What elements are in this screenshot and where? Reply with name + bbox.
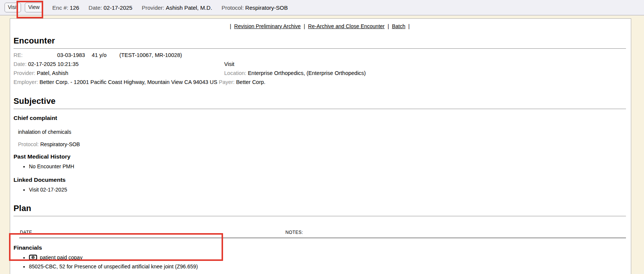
batch-link[interactable]: Batch — [392, 23, 406, 29]
protocol-label: Protocol: — [222, 4, 244, 11]
encounter-section-rule — [14, 48, 626, 49]
encounter-date-value: 02-17-2025 — [104, 4, 133, 11]
location-label: Location: — [224, 70, 246, 76]
list-item: No Encounter PMH — [29, 162, 626, 171]
provider-row-value: Patel, Ashish — [37, 70, 68, 76]
employer-value: Better Corp. - 12001 Pacific Coast Highw… — [39, 79, 217, 85]
visit-type-value: Visit — [224, 60, 234, 69]
top-action-links: | Revision Preliminary Archive | Re-Arch… — [14, 23, 626, 29]
plan-section-heading: Plan — [14, 204, 626, 213]
linked-documents-list: Visit 02-17-2025 — [14, 186, 626, 194]
provider-row-label: Provider: — [14, 70, 35, 76]
patient-dob: 03-03-1983 — [57, 52, 85, 58]
provider-field: Provider:Ashish Patel, M.D. — [142, 4, 212, 11]
past-medical-history-list: No Encounter PMH — [14, 162, 626, 171]
plan-table-rule — [19, 237, 626, 238]
re-row: RE:03-03-198341 y/o(TEST-10067, MR-10028… — [14, 51, 626, 60]
chief-complaint-heading: Chief complaint — [14, 115, 626, 121]
plan-section-rule — [14, 216, 626, 216]
financials-heading: Financials — [14, 244, 626, 251]
plan-table-header: DATE NOTES: — [14, 230, 626, 235]
separator: | — [388, 23, 389, 29]
list-item: Visit 02-17-2025 — [29, 186, 626, 194]
encounter-number-field: Enc #:126 — [52, 4, 79, 11]
financials-copay-text: patient paid copay — [40, 255, 83, 261]
encounter-number-value: 126 — [70, 4, 79, 11]
employer-row: Employer: Better Corp. - 12001 Pacific C… — [14, 78, 626, 87]
banknote-icon: $ — [29, 254, 37, 262]
chief-complaint-text: inhalation of chemicals — [18, 129, 626, 135]
revision-preliminary-archive-link[interactable]: Revision Preliminary Archive — [234, 23, 301, 29]
location-field: Location: Enterprise Orthopedics, (Enter… — [224, 69, 366, 78]
date-row: Date: 02-17-2025 10:21:35 Visit — [14, 60, 626, 69]
payer-label: Payer: — [219, 79, 235, 85]
subjective-section-rule — [14, 109, 626, 109]
separator: | — [408, 23, 410, 29]
encounter-details: RE:03-03-198341 y/o(TEST-10067, MR-10028… — [14, 51, 626, 87]
financials-cbc-item: 85025-CBC, 52 for Presence of unspecifie… — [29, 262, 626, 271]
encounter-document-panel: | Revision Preliminary Archive | Re-Arch… — [10, 18, 631, 274]
payer-value: Better Corp. — [236, 79, 265, 85]
financials-copay-item: $ patient paid copay — [29, 253, 626, 262]
patient-ids: (TEST-10067, MR-10028) — [119, 52, 182, 58]
svg-text:$: $ — [32, 256, 34, 259]
re-archive-close-encounter-link[interactable]: Re-Archive and Close Encounter — [308, 23, 385, 29]
separator: | — [230, 23, 231, 29]
encounter-section-heading: Encounter — [14, 36, 626, 46]
date-label: Date: — [14, 61, 27, 67]
plan-date-column-header: DATE — [20, 230, 32, 235]
financials-list: $ patient paid copay 85025-CBC, 52 for P… — [14, 253, 626, 271]
encounter-toolbar: Visit View Enc #:126 Date:02-17-2025 Pro… — [0, 0, 644, 15]
patient-age: 41 y/o — [92, 52, 107, 58]
visit-tab-button[interactable]: Visit — [5, 3, 21, 12]
encounter-number-label: Enc #: — [52, 4, 68, 11]
re-label: RE: — [14, 52, 23, 58]
linked-documents-heading: Linked Documents — [14, 177, 626, 183]
encounter-date-field: Date:02-17-2025 — [89, 4, 133, 11]
view-tab-button[interactable]: View — [25, 3, 43, 12]
subjective-protocol-label: Protocol: — [18, 141, 39, 147]
encounter-date-label: Date: — [89, 4, 102, 11]
subjective-protocol-value: Respiratory-SOB — [40, 141, 80, 147]
employer-label: Employer: — [14, 79, 38, 85]
location-value: Enterprise Orthopedics, (Enterprise Orth… — [248, 70, 366, 76]
past-medical-history-heading: Past Medical History — [14, 153, 626, 160]
financials-section: Financials $ patient paid copay 85025-CB… — [14, 244, 626, 271]
subjective-protocol-line: Protocol: Respiratory-SOB — [18, 141, 626, 147]
date-value: 02-17-2025 10:21:35 — [28, 61, 79, 67]
plan-notes-column-header: NOTES: — [285, 230, 303, 235]
separator: | — [304, 23, 305, 29]
provider-row: Provider: Patel, Ashish Location: Enterp… — [14, 69, 626, 78]
provider-label: Provider: — [142, 4, 164, 11]
provider-value: Ashish Patel, M.D. — [166, 4, 212, 11]
subjective-section-heading: Subjective — [14, 96, 626, 106]
protocol-value: Respiratory-SOB — [245, 4, 288, 11]
protocol-field: Protocol:Respiratory-SOB — [222, 4, 288, 11]
page-background: | Revision Preliminary Archive | Re-Arch… — [0, 15, 644, 274]
